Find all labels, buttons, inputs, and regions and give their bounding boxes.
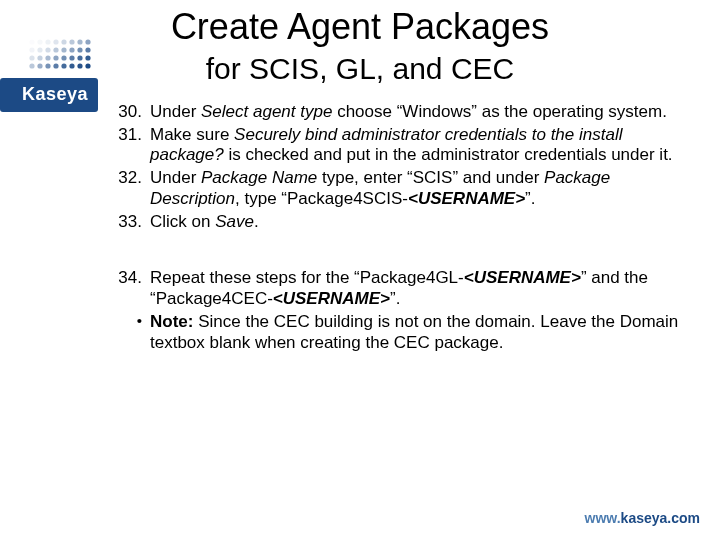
list-item-number: 34. [108, 268, 150, 309]
list-item: 33.Click on Save. [108, 212, 698, 233]
list-item-text: Under Package Name type, enter “SCIS” an… [150, 168, 698, 209]
list-item-number: 31. [108, 125, 150, 166]
instruction-list: 30.Under Select agent type choose “Windo… [108, 102, 698, 355]
list-item-number: 33. [108, 212, 150, 233]
list-item-number: 30. [108, 102, 150, 123]
footer-url: www.kaseya.com [585, 510, 700, 526]
list-item-number: • [108, 312, 150, 353]
list-item-text: Make sure Securely bind administrator cr… [150, 125, 698, 166]
list-item: 34.Repeat these steps for the “Package4G… [108, 268, 698, 309]
list-item: 32.Under Package Name type, enter “SCIS”… [108, 168, 698, 209]
footer-url-prefix: www. [585, 510, 621, 526]
list-item-text: Repeat these steps for the “Package4GL-<… [150, 268, 698, 309]
list-item: •Note: Since the CEC building is not on … [108, 312, 698, 353]
footer-url-domain: kaseya.com [621, 510, 700, 526]
list-item-number: 32. [108, 168, 150, 209]
list-item-text: Click on Save. [150, 212, 698, 233]
page-title: Create Agent Packages [0, 6, 720, 48]
list-item: 31.Make sure Securely bind administrator… [108, 125, 698, 166]
page-subtitle: for SCIS, GL, and CEC [0, 52, 720, 86]
list-item: 30.Under Select agent type choose “Windo… [108, 102, 698, 123]
list-item-text: Under Select agent type choose “Windows”… [150, 102, 698, 123]
list-item-text: Note: Since the CEC building is not on t… [150, 312, 698, 353]
